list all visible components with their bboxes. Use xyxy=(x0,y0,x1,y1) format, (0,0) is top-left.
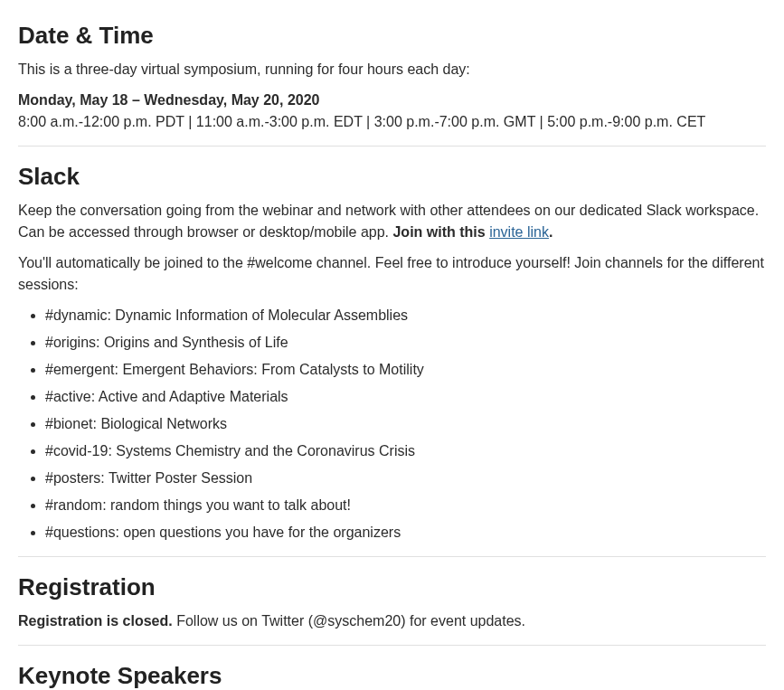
registration-closed: Registration is closed. xyxy=(18,613,173,629)
registration-follow: Follow us on Twitter (@syschem20) for ev… xyxy=(173,613,525,629)
slack-join-prefix: Join with this xyxy=(392,224,489,240)
date-range: Monday, May 18 – Wednesday, May 20, 2020 xyxy=(18,92,319,108)
slack-section: Slack Keep the conversation going from t… xyxy=(18,159,766,543)
time-ranges: 8:00 a.m.-12:00 p.m. PDT | 11:00 a.m.-3:… xyxy=(18,114,705,129)
list-item: #dynamic: Dynamic Information of Molecul… xyxy=(45,305,766,326)
registration-status: Registration is closed. Follow us on Twi… xyxy=(18,610,766,632)
date-time-intro: This is a three-day virtual symposium, r… xyxy=(18,59,766,80)
keynote-heading: Keynote Speakers xyxy=(18,658,766,690)
registration-section: Registration Registration is closed. Fol… xyxy=(18,570,766,632)
date-time-heading: Date & Time xyxy=(18,18,766,53)
date-time-details: Monday, May 18 – Wednesday, May 20, 2020… xyxy=(18,90,766,133)
divider xyxy=(18,645,766,646)
divider xyxy=(18,146,766,147)
list-item: #questions: open questions you have for … xyxy=(45,522,766,543)
list-item: #origins: Origins and Synthesis of Life xyxy=(45,332,766,354)
slack-invite-link[interactable]: invite link xyxy=(489,224,549,240)
list-item: #emergent: Emergent Behaviors: From Cata… xyxy=(45,359,766,381)
slack-channel-list: #dynamic: Dynamic Information of Molecul… xyxy=(18,305,766,543)
divider xyxy=(18,556,766,557)
list-item: #posters: Twitter Poster Session xyxy=(45,468,766,489)
slack-heading: Slack xyxy=(18,159,766,194)
slack-period: . xyxy=(549,224,553,240)
list-item: #covid-19: Systems Chemistry and the Cor… xyxy=(45,440,766,462)
slack-intro-text: Keep the conversation going from the web… xyxy=(18,203,759,240)
slack-channels-intro: You'll automatically be joined to the #w… xyxy=(18,252,766,296)
registration-heading: Registration xyxy=(18,570,766,605)
list-item: #bionet: Biological Networks xyxy=(45,413,766,435)
date-time-section: Date & Time This is a three-day virtual … xyxy=(18,18,766,133)
keynote-section: Keynote Speakers xyxy=(18,658,766,690)
list-item: #random: random things you want to talk … xyxy=(45,495,766,516)
list-item: #active: Active and Adaptive Materials xyxy=(45,386,766,408)
slack-intro: Keep the conversation going from the web… xyxy=(18,200,766,243)
